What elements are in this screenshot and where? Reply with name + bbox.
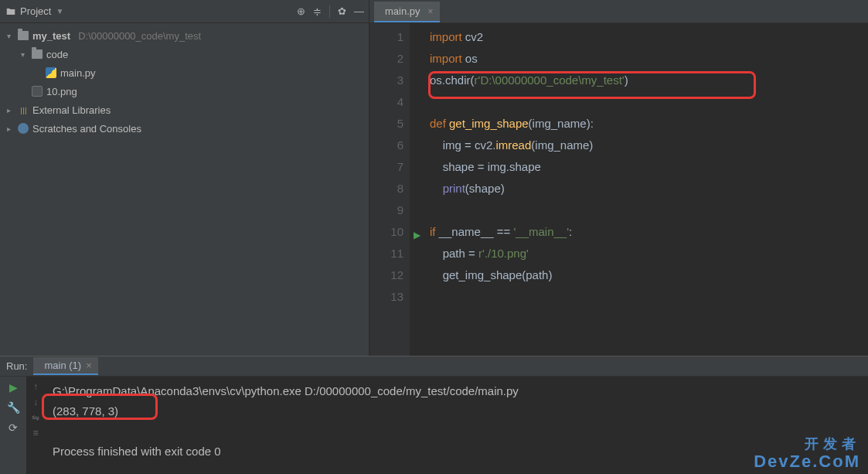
sidebar-title: Project	[20, 5, 51, 17]
sidebar-tools: ⊕ ≑ ✿ —	[297, 5, 364, 18]
main-area: Project ▼ ⊕ ≑ ✿ — my_test D:\00000000_co…	[0, 0, 868, 356]
run-tab-label: main (1)	[44, 360, 81, 371]
watermark: 开发者 DevZe.CoM	[754, 437, 860, 471]
tree-file-main[interactable]: main.py	[0, 63, 369, 82]
sidebar-header: Project ▼ ⊕ ≑ ✿ —	[0, 0, 369, 23]
gutter: 12345678910111213 ▶	[369, 23, 410, 356]
run-title: Run:	[6, 360, 27, 372]
tree-file-png[interactable]: 10.png	[0, 82, 369, 101]
rerun-icon[interactable]: ▶	[9, 381, 18, 394]
tree-scratches[interactable]: Scratches and Consoles	[0, 119, 369, 138]
run-tab[interactable]: main (1) ×	[33, 357, 97, 375]
expand-icon[interactable]: ≑	[313, 5, 322, 17]
run-header: Run: main (1) ×	[0, 356, 868, 377]
code-area[interactable]: 12345678910111213 ▶ import cv2import oso…	[369, 23, 868, 356]
run-nav: ↑ ↓ ⇋ ≡	[26, 377, 45, 474]
filter-icon[interactable]: ⇋	[32, 412, 39, 423]
tree-folder-code[interactable]: code	[0, 45, 369, 63]
close-icon[interactable]: ×	[428, 6, 434, 17]
down-icon[interactable]: ↓	[33, 397, 38, 408]
tab-label: main.py	[385, 5, 420, 17]
project-tree: my_test D:\00000000_code\my_test code ma…	[0, 23, 369, 356]
editor-pane: main.py × 12345678910111213 ▶ import cv2…	[369, 0, 868, 356]
run-body: ▶ 🔧 ⟳ ↑ ↓ ⇋ ≡ G:\ProgramData\Anaconda3\e…	[0, 377, 868, 474]
tree-external-libs[interactable]: ⫼ External Libraries	[0, 101, 369, 119]
dropdown-icon[interactable]: ▼	[56, 7, 63, 15]
code-content[interactable]: import cv2import osos.chdir(r'D:\0000000…	[410, 23, 868, 356]
project-sidebar: Project ▼ ⊕ ≑ ✿ — my_test D:\00000000_co…	[0, 0, 369, 356]
editor-tabs: main.py ×	[369, 0, 868, 23]
locate-icon[interactable]: ⊕	[297, 5, 305, 17]
tab-main-py[interactable]: main.py ×	[374, 2, 440, 22]
stop-rerun-icon[interactable]: ⟳	[9, 421, 18, 434]
more-icon[interactable]: ≡	[32, 428, 38, 438]
close-icon[interactable]: ×	[86, 360, 92, 371]
hide-icon[interactable]: —	[354, 5, 364, 17]
project-icon	[5, 6, 17, 17]
wrench-icon[interactable]: 🔧	[7, 401, 20, 414]
tree-root[interactable]: my_test D:\00000000_code\my_test	[0, 26, 369, 45]
console-output[interactable]: G:\ProgramData\Anaconda3\envs\cv\python.…	[45, 377, 868, 474]
settings-icon[interactable]: ✿	[338, 5, 346, 17]
run-panel: Run: main (1) × ▶ 🔧 ⟳ ↑ ↓ ⇋ ≡ G:\Program…	[0, 356, 868, 474]
up-icon[interactable]: ↑	[33, 381, 38, 392]
run-tools: ▶ 🔧 ⟳	[0, 377, 26, 474]
